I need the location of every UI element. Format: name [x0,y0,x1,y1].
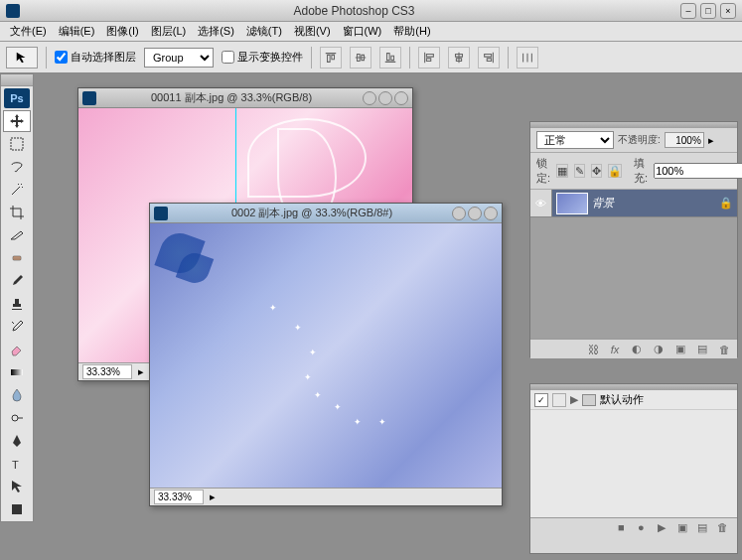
layer-visibility-icon[interactable]: 👁 [530,190,552,216]
menu-view[interactable]: 视图(V) [288,22,337,41]
actions-panel: ✓ ▶ 默认动作 ■ ● ▶ ▣ ▤ 🗑 [529,383,738,554]
menu-window[interactable]: 窗口(W) [337,22,388,41]
menu-filter[interactable]: 滤镜(T) [240,22,288,41]
menu-select[interactable]: 选择(S) [192,22,240,41]
action-set-name: 默认动作 [600,392,644,407]
layer-lock-icon: 🔒 [719,197,737,210]
eraser-tool[interactable] [3,339,31,360]
auto-select-input[interactable] [55,51,68,64]
menu-file[interactable]: 文件(E) [4,22,53,41]
lock-all-icon[interactable]: 🔒 [608,164,622,178]
path-select-tool[interactable] [3,476,31,497]
link-layers-icon[interactable]: ⛓ [584,342,602,357]
toolbox-header[interactable] [1,74,33,86]
delete-layer-icon[interactable]: 🗑 [715,342,733,357]
lock-label: 锁定: [536,156,550,186]
layers-panel: 正常 不透明度: ▸ 锁定: ▦ ✎ ✥ 🔒 填充: ▸ 👁 背景 🔒 ⛓ [529,121,738,357]
show-transform-checkbox[interactable]: 显示变换控件 [222,50,303,65]
dodge-tool[interactable] [3,407,31,429]
pen-tool[interactable] [3,430,31,452]
svg-point-6 [12,415,18,421]
layer-mask-icon[interactable]: ◐ [628,342,646,357]
action-set-row[interactable]: ✓ ▶ 默认动作 [530,390,737,410]
doc2-title: 0002 副本.jpg @ 33.3%(RGB/8#) [172,206,452,220]
move-tool[interactable] [3,110,31,132]
doc2-info-icon[interactable]: ▸ [210,490,216,503]
doc1-titlebar[interactable]: 00011 副本.jpg @ 33.3%(RGB/8) [78,88,412,108]
stamp-tool[interactable] [3,293,31,315]
opacity-flyout-icon[interactable]: ▸ [708,134,714,147]
align-hcenter-icon[interactable] [448,47,470,69]
lock-transparency-icon[interactable]: ▦ [556,164,568,178]
new-layer-icon[interactable]: ▤ [693,342,711,357]
brush-tool[interactable] [3,270,31,292]
layers-list[interactable]: 👁 背景 🔒 [530,190,737,339]
history-brush-tool[interactable] [3,316,31,338]
doc1-close[interactable] [394,91,408,105]
align-right-icon[interactable] [478,47,500,69]
menu-image[interactable]: 图像(I) [100,22,144,41]
auto-select-checkbox[interactable]: 自动选择图层 [55,50,136,65]
doc1-zoom-input[interactable] [82,364,132,379]
adjustment-layer-icon[interactable]: ◑ [650,342,668,357]
doc1-title: 00011 副本.jpg @ 33.3%(RGB/8) [100,90,363,105]
heal-tool[interactable] [3,247,31,269]
app-title: Adobe Photoshop CS3 [28,4,680,18]
new-action-icon[interactable]: ▤ [697,521,711,535]
gradient-tool[interactable] [3,361,31,383]
layer-fx-icon[interactable]: fx [606,342,624,357]
group-select[interactable]: Group [144,48,214,68]
minimize-button[interactable]: – [680,3,696,19]
menu-layer[interactable]: 图层(L) [145,22,192,41]
lasso-tool[interactable] [3,156,31,178]
marquee-tool[interactable] [3,133,31,155]
crop-tool[interactable] [3,202,31,223]
play-action-icon[interactable]: ▶ [658,521,671,535]
maximize-button[interactable]: □ [700,3,716,19]
stop-action-icon[interactable]: ■ [618,521,632,535]
menu-edit[interactable]: 编辑(E) [53,22,101,41]
blur-tool[interactable] [3,384,31,406]
delete-action-icon[interactable]: 🗑 [717,521,731,535]
align-vcenter-icon[interactable] [350,47,371,69]
fill-input[interactable] [654,163,742,179]
show-transform-input[interactable] [222,51,234,64]
actions-list[interactable]: ✓ ▶ 默认动作 [530,390,737,517]
doc1-minimize[interactable] [363,91,376,105]
action-enabled-checkbox[interactable]: ✓ [534,393,548,407]
doc1-maximize[interactable] [378,91,392,105]
menu-help[interactable]: 帮助(H) [387,22,436,41]
auto-select-label: 自动选择图层 [71,50,136,65]
doc2-minimize[interactable] [452,207,466,220]
doc2-canvas[interactable]: ✦ ✦ ✦ ✦ ✦ ✦ ✦ ✦ [150,223,502,488]
wand-tool[interactable] [3,179,31,201]
doc2-close[interactable] [484,207,498,220]
doc2-titlebar[interactable]: 0002 副本.jpg @ 33.3%(RGB/8#) [150,204,502,223]
layer-row[interactable]: 👁 背景 🔒 [530,190,737,217]
distribute-icon[interactable] [517,47,538,69]
type-tool[interactable]: T [3,453,31,475]
new-set-icon[interactable]: ▣ [677,521,691,535]
layer-name[interactable]: 背景 [592,196,719,210]
lock-position-icon[interactable]: ✥ [591,164,602,178]
close-button[interactable]: × [720,3,736,19]
action-dialog-toggle[interactable] [552,393,566,407]
doc1-info-icon[interactable]: ▸ [138,365,144,378]
blend-mode-select[interactable]: 正常 [536,131,614,149]
shape-tool[interactable] [3,498,31,520]
align-top-icon[interactable] [320,47,342,69]
current-tool-indicator[interactable] [6,47,38,69]
lock-image-icon[interactable]: ✎ [574,164,585,178]
expand-icon[interactable]: ▶ [570,393,578,406]
record-action-icon[interactable]: ● [638,521,652,535]
layer-thumbnail[interactable] [556,193,588,214]
opacity-input[interactable] [665,132,704,148]
doc2-maximize[interactable] [468,207,482,220]
slice-tool[interactable] [3,224,31,246]
layer-group-icon[interactable]: ▣ [671,342,689,357]
align-left-icon[interactable] [418,47,440,69]
document-window-2[interactable]: 0002 副本.jpg @ 33.3%(RGB/8#) ✦ ✦ ✦ ✦ ✦ ✦ … [149,203,503,506]
doc2-zoom-input[interactable] [154,490,204,504]
align-bottom-icon[interactable] [379,47,401,69]
titlebar: Adobe Photoshop CS3 – □ × [0,0,742,22]
